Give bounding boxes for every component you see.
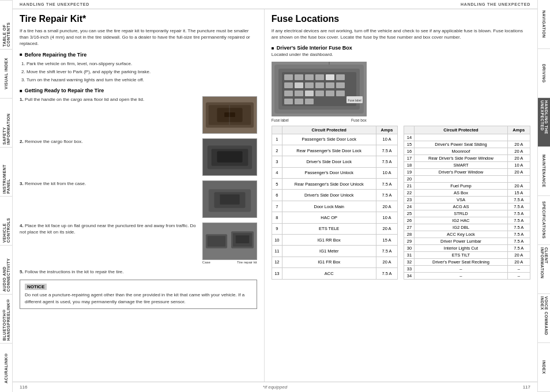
header-left: HANDLING THE UNEXPECTED [20,2,89,6]
fuse-circuit: – [415,272,507,279]
sidebar-item-instrument[interactable]: INSTRUMENT PANEL [0,147,12,196]
content-columns: Tire Repair Kit* If a tire has a small p… [13,9,537,382]
table-row: 16 Moonroof 20 A [404,148,530,154]
fuse-amps: 20 A [507,182,530,189]
left-column: Tire Repair Kit* If a tire has a small p… [13,9,265,382]
fuse-section-header: Driver's Side Interior Fuse Box [272,45,530,51]
table-row: 27 IG2 DBL 7.5 A [404,224,530,231]
fuse-amps: 20 A [376,223,398,234]
table-row: 2 Rear Passenger's Side Door Lock 7.5 A [272,145,398,156]
fuse-amps: 7.5 A [376,145,398,156]
svg-rect-13 [220,194,239,205]
fuse-amps: 7.5 A [376,179,398,190]
fuse-circuit [415,175,507,182]
table-row: 1 Passenger's Side Door Lock 10 A [272,134,398,145]
fuse-amps: 10 A [376,167,398,178]
table-row: 26 IG2 HAC 7.5 A [404,217,530,224]
sidebar-item-vehicle[interactable]: VEHICLE CONTROLS [0,196,12,245]
svg-rect-24 [284,74,293,80]
fuse-num: 30 [404,244,415,251]
svg-rect-9 [217,151,242,163]
table-row: 21 Fuel Pump 20 A [404,182,530,189]
table-row: 5 Rear Passenger's Side Door Unlock 7.5 … [272,179,398,190]
fuse-num: 1 [272,134,282,145]
svg-rect-29 [336,74,345,80]
fuse-amps: 7.5 A [507,217,530,224]
sidebar-item-specifications[interactable]: SPECIFICATIONS [538,196,550,245]
fuse-circuit: Passenger's Door Unlock [282,167,376,178]
fuse-circuit: – [415,265,507,272]
sidebar-item-acuralink[interactable]: ACURALINK® [0,343,12,392]
step-2-text: 2. Remove the cargo floor box. [20,138,198,145]
step-5: 5. Follow the instructions in the kit to… [20,269,257,275]
fuse-circuit: IG2 HAC [415,217,507,224]
table-row: 12 IG1 FR Box 20 A [272,257,398,267]
svg-rect-25 [295,74,303,80]
fuse-box-svg: Fuse label [272,62,367,116]
sidebar-item-handling[interactable]: HANDLING THE UNEXPECTED [538,98,550,147]
svg-rect-32 [305,82,314,88]
fuse-circuit [415,134,507,141]
svg-rect-39 [315,91,324,96]
sidebar-item-safety[interactable]: SAFETY INFORMATION [0,98,12,147]
fuse-circuit: ETS TILT [415,251,507,258]
sidebar-item-navigation[interactable]: NAVIGATION [538,0,550,49]
section1-header: Before Repairing the Tire [20,52,257,58]
step-4: 4. Place the kit face up on flat ground … [20,223,257,264]
sidebar-item-toc[interactable]: TABLE OF CONTENTS [0,0,12,49]
fuse-circuit: IG2 DBL [415,224,507,231]
fuse-amps: 20 A [507,251,530,258]
table-row: 19 Driver's Power Window 20 A [404,168,530,175]
step-1-text: 1. Pull the handle on the cargo area flo… [20,96,198,103]
table-row: 7 Door Lock Main 20 A [272,201,398,212]
fuse-amps: 20 A [507,258,530,265]
step-1: 1. Pull the handle on the cargo area flo… [20,96,257,134]
fuse-num: 13 [272,268,282,280]
fuse-num: 11 [272,246,282,257]
fuse-num: 26 [404,217,415,224]
sidebar-item-visual-index[interactable]: VISUAL INDEX [0,49,12,98]
fuse-num: 34 [404,272,415,279]
fuse-num: 4 [272,167,282,178]
sidebar-item-bluetooth[interactable]: BLUETOOTH® HANDSFREELINK® [0,294,12,343]
fuse-circuit: Rear Passenger's Side Door Unlock [282,179,376,190]
kit-label: Tire repair kit [237,261,257,264]
sidebar-item-audio[interactable]: AUDIO AND CONNECTIVITY [0,245,12,294]
table-row: 23 VSA 7.5 A [404,196,530,203]
sidebar-item-driving[interactable]: DRIVING [538,49,550,98]
table-row: 30 Interior Lights Cut 7.5 A [404,244,530,251]
list-item: Park the vehicle on firm, level, non-sli… [27,61,257,67]
table-row: 18 SMART 10 A [404,161,530,168]
sidebar-item-maintenance[interactable]: MAINTENANCE [538,147,550,196]
section2-header: Getting Ready to Repair the Tire [20,88,257,93]
left-sidebar: TABLE OF CONTENTS VISUAL INDEX SAFETY IN… [0,0,13,392]
fuse-amps: 20 A [507,148,530,154]
table-row: 17 Rear Driver's Side Power Window 20 A [404,154,530,161]
fuse-circuit: IG1 RR Box [282,234,376,245]
fuse-circuit: ACC [282,268,376,280]
page-number-left: 116 [20,385,27,390]
col-circuit-r: Circuit Protected [415,126,507,134]
fuse-amps: 10 A [376,134,398,145]
fuse-amps: 10 A [376,212,398,223]
table-row: 22 AS Box 15 A [404,189,530,196]
fuse-circuit: VSA [415,196,507,203]
table-row: 3 Driver's Side Door Lock 7.5 A [272,156,398,167]
fuse-num: 19 [404,168,415,175]
table-row: 14 [404,134,530,141]
list-item: Move the shift lever to Park (P), and ap… [27,69,257,75]
col-num [272,126,282,134]
fuse-circuit: Driver's Power Seat Reclining [415,258,507,265]
step-3-text: 3. Remove the kit from the case. [20,180,198,187]
fuse-tables: Circuit Protected Amps 1 Passenger's Sid… [272,126,530,280]
table-row: 13 ACC 7.5 A [272,268,398,280]
sidebar-item-voice[interactable]: VOICE COMMAND INDEX [538,294,550,343]
step-1-image [202,96,257,134]
fuse-num: 6 [272,190,282,201]
fuse-amps: 7.5 A [507,196,530,203]
sidebar-item-client[interactable]: CLIENT INFORMATION [538,245,550,294]
sidebar-item-index[interactable]: INDEX [538,343,550,392]
right-column: Fuse Locations If any electrical devices… [265,9,537,382]
fuse-num: 12 [272,257,282,267]
table-row: 29 Driver Power Lumbar 7.5 A [404,238,530,244]
